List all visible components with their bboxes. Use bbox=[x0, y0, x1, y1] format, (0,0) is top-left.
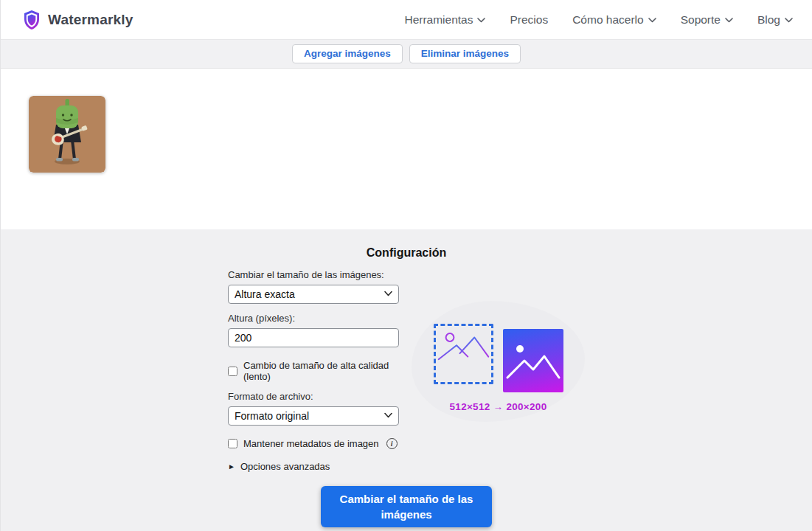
remove-images-button[interactable]: Eliminar imágenes bbox=[409, 44, 521, 63]
advanced-options-toggle[interactable]: ► Opciones avanzadas bbox=[228, 461, 399, 472]
resize-mode-select[interactable]: Altura exacta bbox=[228, 285, 399, 304]
configuration-title: Configuración bbox=[1, 246, 812, 260]
nav-item-precios[interactable]: Precios bbox=[510, 13, 548, 27]
resize-mode-label: Cambiar el tamaño de las imágenes: bbox=[228, 269, 399, 280]
brand[interactable]: Watermarkly bbox=[23, 10, 133, 30]
add-images-button[interactable]: Agregar imágenes bbox=[292, 44, 403, 63]
nav-item-herramientas[interactable]: Herramientas bbox=[404, 13, 485, 27]
nav-item-label: Herramientas bbox=[404, 13, 473, 27]
chevron-down-icon bbox=[785, 18, 793, 23]
chevron-down-icon bbox=[648, 18, 656, 23]
triangle-right-icon: ► bbox=[228, 463, 235, 471]
resize-images-button[interactable]: Cambiar el tamaño de las imágenes bbox=[321, 486, 492, 527]
height-input[interactable] bbox=[228, 328, 399, 347]
nav-item-blog[interactable]: Blog bbox=[757, 13, 793, 27]
keep-metadata-checkbox[interactable] bbox=[228, 439, 237, 448]
info-icon[interactable]: i bbox=[386, 438, 398, 449]
original-size-icon bbox=[434, 324, 493, 384]
resized-image-icon bbox=[503, 329, 563, 392]
nav-item-label: Blog bbox=[757, 13, 780, 27]
file-format-select[interactable]: Formato original bbox=[228, 406, 399, 426]
chevron-down-icon bbox=[477, 18, 485, 23]
advanced-options-label: Opciones avanzadas bbox=[240, 461, 330, 472]
nav-item-label: Precios bbox=[510, 13, 548, 27]
nav-item-soporte[interactable]: Soporte bbox=[681, 13, 733, 27]
top-navbar: Watermarkly Herramientas Precios Cómo ha… bbox=[1, 0, 812, 40]
keep-metadata-label: Mantener metadatos de imagen bbox=[243, 438, 379, 449]
image-toolbar: Agregar imágenes Eliminar imágenes bbox=[1, 40, 812, 69]
hq-resize-checkbox[interactable] bbox=[228, 367, 237, 376]
height-label: Altura (píxeles): bbox=[228, 313, 399, 324]
file-format-select-wrap: Formato original bbox=[228, 406, 399, 426]
uploaded-images-area bbox=[1, 69, 812, 229]
resize-illustration: 512×512 → 200×200 bbox=[412, 301, 585, 426]
uploaded-image-thumbnail[interactable] bbox=[29, 96, 105, 173]
file-format-label: Formato de archivo: bbox=[228, 391, 399, 402]
chevron-down-icon bbox=[725, 18, 733, 23]
nav-item-label: Soporte bbox=[681, 13, 721, 27]
resize-mode-select-wrap: Altura exacta bbox=[228, 285, 399, 304]
hq-resize-label: Cambio de tamaño de alta calidad (lento) bbox=[243, 360, 399, 382]
resize-form: Cambiar el tamaño de las imágenes: Altur… bbox=[228, 269, 399, 472]
hq-resize-row: Cambio de tamaño de alta calidad (lento) bbox=[228, 360, 399, 382]
main-nav: Herramientas Precios Cómo hacerlo Soport… bbox=[404, 13, 793, 27]
keep-metadata-row: Mantener metadatos de imagen i bbox=[228, 438, 399, 449]
nav-item-label: Cómo hacerlo bbox=[572, 13, 644, 27]
resize-dimensions-caption: 512×512 → 200×200 bbox=[412, 401, 585, 412]
configuration-section: Configuración Cambiar el tamaño de las i… bbox=[1, 229, 812, 531]
nav-item-como-hacerlo[interactable]: Cómo hacerlo bbox=[572, 13, 656, 27]
shield-icon bbox=[23, 10, 41, 30]
brand-name: Watermarkly bbox=[48, 12, 133, 28]
